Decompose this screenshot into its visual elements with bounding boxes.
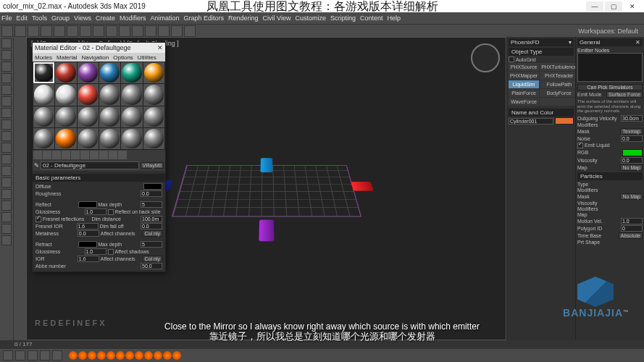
- menu-civilview[interactable]: Civil View: [263, 14, 291, 22]
- align-button[interactable]: [145, 25, 156, 37]
- material-swatch-0[interactable]: [33, 62, 54, 83]
- material-swatch-17[interactable]: [143, 106, 164, 127]
- rotate-button[interactable]: [80, 25, 91, 37]
- pick-simulators-button[interactable]: Can Pick Simulators: [577, 84, 643, 90]
- viscosity-field[interactable]: [621, 157, 643, 164]
- cylinder-red[interactable]: [351, 181, 374, 190]
- phoenixfd-header[interactable]: PhoenixFD▾: [509, 38, 574, 46]
- mirror-button[interactable]: [132, 25, 143, 37]
- angle-snap-button[interactable]: [119, 25, 130, 37]
- tool-icon[interactable]: [1, 50, 12, 60]
- affect-shadows-checkbox[interactable]: [108, 249, 114, 255]
- roughness-field[interactable]: [141, 190, 162, 197]
- mat-tool-icon[interactable]: [71, 151, 80, 159]
- menu-help[interactable]: Help: [387, 14, 401, 22]
- material-swatch-5[interactable]: [143, 62, 164, 83]
- goto-end-button[interactable]: [52, 350, 62, 361]
- material-swatch-16[interactable]: [121, 106, 142, 127]
- mat-menu-utilities[interactable]: Utilities: [138, 54, 156, 61]
- outgoing-vel-field[interactable]: [621, 115, 643, 122]
- material-swatch-20[interactable]: [78, 128, 99, 149]
- play-button[interactable]: [28, 350, 38, 361]
- fresnel-ior-field[interactable]: [77, 223, 99, 230]
- mask-dropdown[interactable]: Texmap: [620, 128, 643, 135]
- goto-start-button[interactable]: [3, 350, 13, 361]
- object-type-rollout[interactable]: Object Type: [509, 48, 574, 56]
- link-button[interactable]: [28, 25, 39, 37]
- phx-icon[interactable]: [163, 351, 172, 360]
- tool-icon[interactable]: [1, 143, 12, 153]
- mat-tool-icon[interactable]: [43, 151, 51, 159]
- material-editor-button[interactable]: [158, 25, 170, 37]
- menu-group[interactable]: Group: [51, 14, 70, 22]
- phx-icon[interactable]: [154, 351, 162, 360]
- phx-icon[interactable]: [125, 351, 134, 360]
- affect-channels2-dropdown[interactable]: Col nly: [143, 256, 162, 262]
- menu-grapheditors[interactable]: Graph Editors: [183, 14, 224, 22]
- material-type-button[interactable]: VRayMtl: [141, 162, 164, 169]
- tool-icon[interactable]: [1, 96, 12, 106]
- object-color-swatch[interactable]: [555, 117, 574, 125]
- fresnel-checkbox[interactable]: [35, 216, 41, 222]
- menu-tools[interactable]: Tools: [32, 14, 47, 22]
- phx-icon[interactable]: [97, 351, 106, 360]
- phx-icon[interactable]: [78, 351, 87, 360]
- mat-tool-icon[interactable]: [90, 151, 99, 159]
- material-swatch-7[interactable]: [55, 84, 76, 105]
- material-swatch-3[interactable]: [99, 62, 120, 83]
- tool-icon[interactable]: [1, 119, 12, 130]
- diffuse-swatch[interactable]: [143, 183, 162, 190]
- refract-max-depth-field[interactable]: [141, 241, 162, 248]
- menu-file[interactable]: File: [1, 14, 12, 22]
- tool-icon[interactable]: [1, 108, 12, 118]
- mat-menu-modes[interactable]: Modes: [35, 54, 52, 61]
- metalness-field[interactable]: [78, 230, 99, 237]
- phx-icon[interactable]: [135, 351, 143, 360]
- material-swatch-19[interactable]: [55, 128, 76, 149]
- material-swatch-10[interactable]: [121, 84, 142, 105]
- mat-tool-icon[interactable]: [109, 151, 117, 159]
- material-swatch-18[interactable]: [33, 128, 54, 149]
- menu-customize[interactable]: Customize: [295, 14, 326, 22]
- material-swatch-23[interactable]: [143, 128, 164, 149]
- glossiness-field[interactable]: [85, 209, 106, 215]
- obj-type-plainforce[interactable]: PlainForce: [509, 89, 539, 97]
- obj-type-phxturbulence[interactable]: PHXTurbulence: [540, 63, 578, 71]
- refract-swatch[interactable]: [78, 241, 97, 248]
- undo-button[interactable]: [1, 25, 13, 37]
- menu-content[interactable]: Content: [360, 14, 383, 22]
- tool-icon[interactable]: [1, 131, 12, 141]
- phx-icon[interactable]: [116, 351, 125, 360]
- tool-icon[interactable]: [1, 38, 12, 49]
- mat-menu-material[interactable]: Material: [57, 54, 77, 61]
- dim-distance-field[interactable]: [141, 216, 162, 222]
- polygon-id-field[interactable]: [621, 225, 643, 232]
- menu-animation[interactable]: Animation: [150, 14, 179, 22]
- obj-type-bodyforce[interactable]: BodyForce: [540, 89, 578, 97]
- noise-field[interactable]: [621, 135, 643, 142]
- menu-edit[interactable]: Edit: [17, 14, 28, 22]
- material-swatch-11[interactable]: [143, 84, 164, 105]
- material-swatch-2[interactable]: [78, 62, 99, 83]
- tool-icon[interactable]: [1, 73, 12, 83]
- obj-type-phxtexader[interactable]: PHXTexader: [540, 72, 578, 80]
- object-name-field[interactable]: [509, 118, 553, 125]
- render-setup-button[interactable]: [171, 25, 183, 37]
- mat-menu-navigation[interactable]: Navigation: [81, 54, 109, 61]
- reflect-swatch[interactable]: [78, 201, 97, 208]
- general-header[interactable]: General✕: [577, 38, 643, 46]
- unlink-button[interactable]: [41, 25, 52, 37]
- material-swatch-8[interactable]: [78, 84, 99, 105]
- material-swatch-1[interactable]: [55, 62, 76, 83]
- render-button[interactable]: [184, 25, 196, 37]
- cylinder-magenta[interactable]: [259, 219, 274, 241]
- mat-tool-icon[interactable]: [118, 151, 127, 159]
- tool-icon[interactable]: [1, 166, 12, 176]
- sim-grid-box[interactable]: [171, 165, 361, 216]
- pick-icon[interactable]: ✎: [34, 162, 39, 169]
- mat-menu-options[interactable]: Options: [113, 54, 133, 61]
- tool-icon[interactable]: [1, 212, 12, 222]
- tool-icon[interactable]: [1, 235, 12, 245]
- obj-type-liquidsim[interactable]: LiquidSim: [509, 80, 539, 88]
- tool-icon[interactable]: [1, 201, 12, 211]
